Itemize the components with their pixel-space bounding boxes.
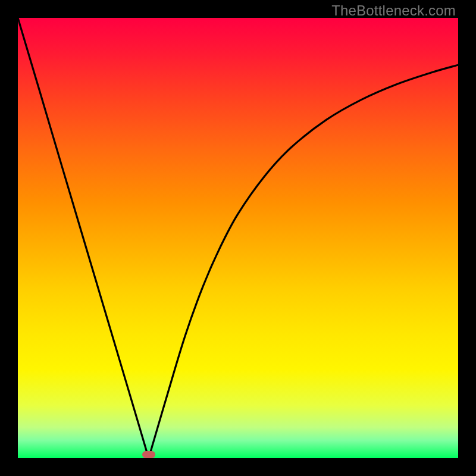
- bottleneck-curve: [18, 18, 458, 458]
- plot-area: [18, 18, 458, 458]
- chart-frame: TheBottleneck.com: [0, 0, 476, 476]
- optimal-marker: [142, 451, 155, 458]
- watermark-text: TheBottleneck.com: [331, 2, 456, 19]
